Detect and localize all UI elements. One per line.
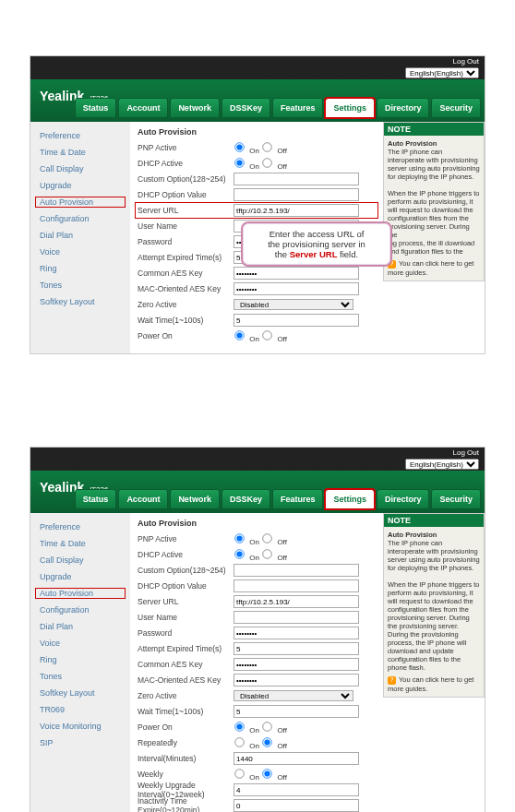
note-panel: NOTE Auto Provision The IP phone can int… [383, 122, 485, 281]
tab-dsskey[interactable]: DSSKey [222, 489, 270, 509]
common-aes-input[interactable] [234, 658, 359, 671]
section-title: Auto Provision [138, 127, 376, 137]
sidebar-item-preference[interactable]: Preference [30, 127, 130, 144]
password-input[interactable] [234, 627, 359, 639]
sidebar-item-auto-provision[interactable]: Auto Provision [34, 196, 126, 209]
sidebar-item-preference[interactable]: Preference [30, 519, 130, 535]
mac-aes-input[interactable] [234, 674, 359, 687]
repeatedly-radio[interactable]: On Off [234, 736, 376, 750]
tab-directory[interactable]: Directory [377, 489, 430, 509]
dhcp-radio[interactable]: On Off [234, 157, 376, 171]
tab-status[interactable]: Status [75, 489, 117, 509]
sidebar-item-upgrade[interactable]: Upgrade [30, 177, 130, 194]
wait-time-input[interactable] [234, 705, 359, 718]
weekly-radio[interactable]: On Off [234, 768, 376, 782]
common-aes-input[interactable] [234, 267, 359, 280]
tab-security[interactable]: Security [431, 489, 481, 509]
sidebar-item-call-display[interactable]: Call Display [30, 161, 130, 177]
server-url-input[interactable] [234, 204, 359, 217]
label-username: User Name [138, 613, 234, 622]
custom-option-input[interactable] [234, 564, 359, 577]
screenshot-2: Log Out English(English) Yealink |T236 S… [30, 447, 485, 812]
label-zero-active: Zero Active [138, 691, 234, 700]
logout-link[interactable]: Log Out [30, 56, 485, 66]
tab-features[interactable]: Features [272, 489, 324, 509]
header: Yealink |T236 Status Account Network DSS… [30, 471, 485, 513]
language-select[interactable]: English(English) [405, 67, 479, 78]
label-mac-aes: MAC-Oriented AES Key [138, 675, 234, 685]
dhcp-value-input[interactable] [234, 188, 359, 201]
inactivity-time-input[interactable] [234, 799, 359, 812]
sidebar-item-configuration[interactable]: Configuration [30, 602, 130, 618]
server-url-input[interactable] [234, 595, 359, 608]
sidebar-item-softkey-layout[interactable]: Softkey Layout [30, 293, 130, 310]
attempt-expired-input[interactable] [234, 642, 359, 655]
dhcp-value-input[interactable] [234, 579, 359, 592]
header: Yealink |T236 Status Account Network DSS… [30, 79, 485, 122]
power-on-radio[interactable]: On Off [234, 329, 376, 343]
tab-network[interactable]: Network [170, 489, 220, 509]
sidebar-item-upgrade[interactable]: Upgrade [30, 568, 130, 585]
dhcp-radio[interactable]: On Off [234, 548, 376, 562]
note-tip[interactable]: You can click here to get more guides. [388, 675, 480, 693]
sidebar-item-time-date[interactable]: Time & Date [30, 144, 130, 161]
label-pnp: PNP Active [138, 534, 234, 543]
main-tabs: Status Account Network DSSKey Features S… [75, 489, 481, 509]
language-select[interactable]: English(English) [405, 459, 479, 470]
pnp-radio[interactable]: On Off [234, 532, 376, 546]
main-panel: Auto Provision PNP Active On Off DHCP Ac… [130, 122, 383, 353]
tab-status[interactable]: Status [75, 98, 117, 118]
sidebar-item-softkey-layout[interactable]: Softkey Layout [30, 685, 130, 701]
tab-dsskey[interactable]: DSSKey [222, 98, 270, 118]
power-on-radio[interactable]: On Off [234, 721, 376, 734]
label-password: Password [138, 237, 234, 246]
wait-time-input[interactable] [234, 314, 359, 327]
label-weekly: Weekly [138, 770, 234, 779]
sidebar-item-tones[interactable]: Tones [30, 277, 130, 293]
sidebar-item-tr069[interactable]: TR069 [30, 701, 130, 718]
label-repeatedly: Repeatedly [138, 738, 234, 747]
tab-directory[interactable]: Directory [377, 98, 430, 118]
sidebar-item-dial-plan[interactable]: Dial Plan [30, 618, 130, 635]
sidebar-item-ring[interactable]: Ring [30, 651, 130, 668]
label-power-on: Power On [138, 722, 234, 732]
tab-network[interactable]: Network [170, 98, 220, 118]
tab-security[interactable]: Security [431, 98, 481, 118]
weekly-upgrade-input[interactable] [234, 783, 359, 796]
label-mac-aes: MAC-Oriented AES Key [138, 284, 234, 293]
tab-settings[interactable]: Settings [325, 489, 375, 509]
note-title: NOTE [384, 514, 484, 527]
tab-settings[interactable]: Settings [325, 98, 375, 118]
custom-option-input[interactable] [234, 173, 359, 185]
username-input[interactable] [234, 611, 359, 624]
pnp-radio[interactable]: On Off [234, 141, 376, 155]
sidebar-item-sip[interactable]: SIP [30, 734, 130, 751]
zero-active-select[interactable]: Disabled [234, 299, 353, 310]
sidebar-item-tones[interactable]: Tones [30, 668, 130, 685]
label-dhcp: DHCP Active [138, 159, 234, 168]
mac-aes-input[interactable] [234, 282, 359, 295]
sidebar-item-configuration[interactable]: Configuration [30, 210, 130, 227]
interval-input[interactable] [234, 752, 359, 765]
sidebar-item-auto-provision[interactable]: Auto Provision [34, 587, 126, 600]
sidebar-item-voice-monitoring[interactable]: Voice Monitoring [30, 718, 130, 734]
logout-link[interactable]: Log Out [30, 448, 485, 458]
label-pnp: PNP Active [138, 143, 234, 152]
tab-account[interactable]: Account [118, 98, 168, 118]
screenshot-1: Log Out English(English) Yealink |T236 S… [30, 55, 485, 354]
label-server-url: Server URL [138, 597, 234, 606]
sidebar-item-voice[interactable]: Voice [30, 244, 130, 260]
sidebar-item-dial-plan[interactable]: Dial Plan [30, 227, 130, 244]
sidebar-item-ring[interactable]: Ring [30, 260, 130, 277]
sidebar: Preference Time & Date Call Display Upgr… [30, 122, 130, 353]
note-tip[interactable]: You can click here to get more guides. [388, 259, 480, 277]
sidebar-item-voice[interactable]: Voice [30, 635, 130, 651]
tab-features[interactable]: Features [272, 98, 324, 118]
label-custom-option: Custom Option(128~254) [138, 174, 234, 184]
tab-account[interactable]: Account [118, 489, 168, 509]
sidebar-item-call-display[interactable]: Call Display [30, 552, 130, 568]
label-custom-option: Custom Option(128~254) [138, 566, 234, 575]
zero-active-select[interactable]: Disabled [234, 690, 353, 701]
note-title: NOTE [384, 123, 484, 136]
sidebar-item-time-date[interactable]: Time & Date [30, 535, 130, 552]
